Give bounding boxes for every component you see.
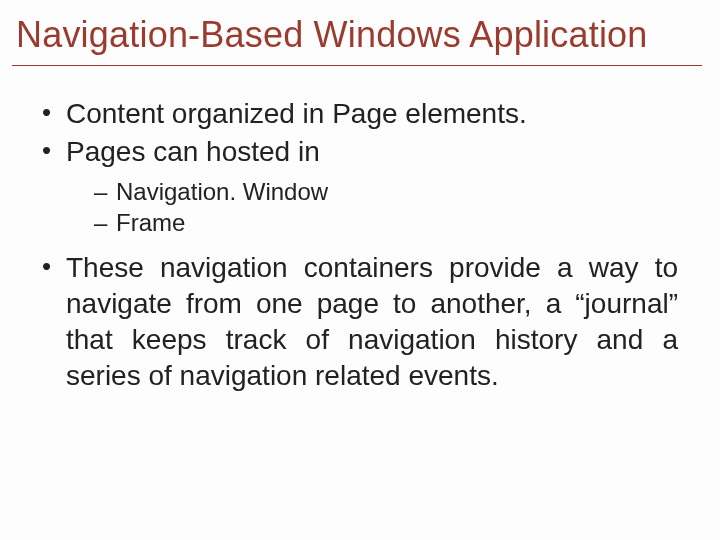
bullet-item: Pages can hosted in Navigation. Window F…	[36, 134, 678, 238]
slide-title: Navigation-Based Windows Application	[12, 14, 702, 66]
slide-body: Content organized in Page elements. Page…	[12, 74, 702, 393]
bullet-text: Pages can hosted in	[66, 136, 320, 167]
bullet-item: Content organized in Page elements.	[36, 96, 678, 132]
slide: Navigation-Based Windows Application Con…	[0, 0, 720, 540]
bullet-list: Content organized in Page elements. Page…	[36, 96, 678, 393]
sub-bullet-item: Navigation. Window	[94, 176, 678, 207]
sub-bullet-item: Frame	[94, 207, 678, 238]
sub-bullet-list: Navigation. Window Frame	[66, 176, 678, 238]
bullet-item: These navigation containers provide a wa…	[36, 250, 678, 393]
